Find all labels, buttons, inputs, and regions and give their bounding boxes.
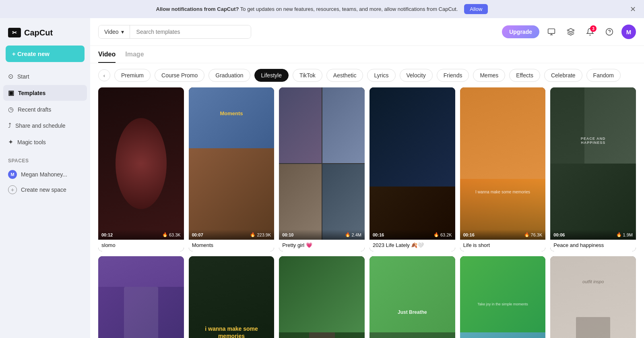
recent-drafts-icon: ◷ (8, 106, 14, 113)
notifications-icon[interactable]: 3 (583, 25, 597, 39)
card-label: Moments (189, 240, 275, 251)
card-overlay: 00:16 🔥76.3K (460, 230, 546, 240)
create-space-button[interactable]: + Create new space (3, 182, 87, 197)
filter-course-promo[interactable]: Course Promo (155, 69, 204, 82)
card-duration: 00:10 (282, 232, 293, 237)
user-avatar[interactable]: M (621, 25, 636, 39)
filter-tiktok[interactable]: TikTok (293, 69, 322, 82)
card-overlay: 00:06 🔥1.9M (550, 230, 636, 240)
card-thumb-life-is-short: I wanna make some memories 00:16 🔥76.3K (460, 87, 546, 240)
card-duration: 00:07 (192, 232, 203, 237)
templates-icon: ▣ (8, 89, 14, 97)
sidebar-item-share-schedule[interactable]: ⤴ Share and schedule (3, 118, 87, 133)
upgrade-button[interactable]: Upgrade (502, 25, 539, 38)
card-stats: 🔥76.3K (524, 232, 543, 237)
search-bar: Video ▾ (98, 25, 251, 39)
space-name: Megan Mahoney... (21, 171, 67, 178)
share-schedule-icon: ⤴ (8, 122, 11, 129)
card-stats: 🔥2.4M (345, 232, 361, 237)
notif-text: Allow notifications from CapCut? To get … (156, 6, 458, 12)
card-thumb-pretty-girl: 00:10 🔥2.4M (279, 87, 365, 240)
template-card-simple-moments[interactable]: Take joy in the simple moments (460, 256, 546, 338)
notification-bar: Allow notifications from CapCut? To get … (0, 0, 644, 18)
allow-notifications-button[interactable]: Allow (464, 4, 488, 14)
sidebar-item-magic-tools[interactable]: ✦ Magic tools (3, 134, 87, 150)
filter-premium[interactable]: Premium (114, 69, 151, 82)
card-label: Life is short (460, 240, 546, 251)
create-new-button[interactable]: + Create new (6, 46, 85, 62)
template-row-1: 00:12 🔥63.3K slomo Moments (98, 87, 636, 251)
space-megan[interactable]: M Megan Mahoney... (3, 167, 87, 182)
filter-fandom[interactable]: Fandom (586, 69, 621, 82)
filter-lifestyle[interactable]: Lifestyle (254, 69, 289, 82)
template-card-slomo[interactable]: 00:12 🔥63.3K slomo (98, 87, 184, 251)
svg-marker-3 (568, 29, 574, 32)
notification-badge: 3 (590, 25, 597, 32)
tab-video[interactable]: Video (98, 51, 116, 63)
card-stats: 🔥63.2K (433, 232, 452, 237)
filter-friends[interactable]: Friends (437, 69, 469, 82)
template-card-purple[interactable] (98, 256, 184, 338)
svg-rect-0 (548, 29, 555, 34)
search-type-dropdown[interactable]: Video ▾ (99, 25, 130, 38)
card-overlay: 00:16 🔥63.2K (369, 230, 455, 240)
sidebar-label-start: Start (17, 73, 29, 80)
sidebar-item-recent-drafts[interactable]: ◷ Recent drafts (3, 102, 87, 117)
template-card-life-is-short[interactable]: I wanna make some memories 00:16 🔥76.3K … (460, 87, 546, 251)
card-duration: 00:06 (553, 232, 565, 237)
template-card-life-lately[interactable]: Life Lately 00:16 🔥63.2K 2023 Life Latel… (369, 87, 455, 251)
template-card-road[interactable] (279, 256, 365, 338)
app-layout: ✂ CapCut + Create new ⊙ Start ▣ Template… (0, 18, 644, 338)
template-card-memories[interactable]: i wanna make some memories (189, 256, 275, 338)
plus-icon: + (8, 185, 17, 194)
content-tabs: Video Image (90, 46, 644, 63)
card-thumb-life-lately: Life Lately 00:16 🔥63.2K (369, 87, 455, 240)
template-card-outfit-inspo[interactable]: outfit inspo (550, 256, 636, 338)
template-row-2: i wanna make some memories (98, 256, 636, 338)
sidebar-label-templates: Templates (18, 90, 45, 96)
sidebar-item-templates[interactable]: ▣ Templates (3, 85, 87, 101)
card-overlay: 00:07 🔥223.9K (189, 230, 275, 240)
sidebar-label-recent-drafts: Recent drafts (18, 106, 51, 113)
sidebar-item-start[interactable]: ⊙ Start (3, 68, 87, 84)
filter-prev-button[interactable]: ‹ (98, 69, 110, 81)
filter-graduation[interactable]: Graduation (208, 69, 250, 82)
chevron-down-icon: ▾ (121, 29, 124, 35)
template-card-pretty-girl[interactable]: 00:10 🔥2.4M Pretty girl 💗 (279, 87, 365, 251)
filter-effects[interactable]: Effects (509, 69, 540, 82)
card-thumb-moments: Moments 00:07 🔥223.9K (189, 87, 275, 240)
card-label: Pretty girl 💗 (279, 240, 365, 251)
layers-icon[interactable] (564, 25, 578, 39)
card-thumb-just-breathe: Just Breathe (369, 256, 455, 338)
filter-aesthetic[interactable]: Aesthetic (326, 69, 363, 82)
templates-grid: 00:12 🔥63.3K slomo Moments (90, 87, 644, 338)
filter-memes[interactable]: Memes (473, 69, 505, 82)
filter-lyrics[interactable]: Lyrics (367, 69, 395, 82)
sidebar-label-magic-tools: Magic tools (17, 139, 46, 145)
filter-celebrate[interactable]: Celebrate (544, 69, 582, 82)
close-notification-button[interactable]: ✕ (630, 5, 636, 14)
sidebar-label-share-schedule: Share and schedule (15, 122, 66, 129)
card-label: Peace and happiness (550, 240, 636, 251)
start-icon: ⊙ (8, 73, 13, 80)
logo-text: CapCut (24, 28, 53, 37)
card-duration: 00:16 (463, 232, 475, 237)
spaces-label: Spaces (0, 150, 90, 167)
topbar: Video ▾ Upgrade 3 (90, 18, 644, 46)
logo-icon: ✂ (8, 28, 21, 37)
sidebar: ✂ CapCut + Create new ⊙ Start ▣ Template… (0, 18, 90, 338)
template-card-peace-happiness[interactable]: PEACE AND HAPPINESS 00:06 🔥1.9M Peace an… (550, 87, 636, 251)
card-duration: 00:12 (101, 232, 113, 237)
magic-tools-icon: ✦ (8, 138, 13, 146)
template-card-just-breathe[interactable]: Just Breathe (369, 256, 455, 338)
desktop-icon[interactable] (544, 25, 559, 39)
card-thumb-road (279, 256, 365, 338)
card-thumb-outfit-inspo: outfit inspo (550, 256, 636, 338)
filter-velocity[interactable]: Velocity (400, 69, 433, 82)
help-icon[interactable] (602, 25, 617, 39)
search-type-label: Video (104, 29, 119, 35)
template-card-moments[interactable]: Moments 00:07 🔥223.9K Moments (189, 87, 275, 251)
search-input[interactable] (130, 25, 251, 38)
tab-image[interactable]: Image (125, 51, 144, 63)
card-thumb-slomo: 00:12 🔥63.3K (98, 87, 184, 240)
